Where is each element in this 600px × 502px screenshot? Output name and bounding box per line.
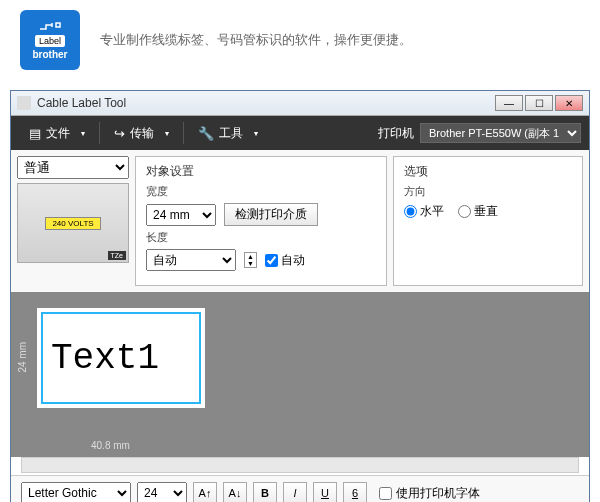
horizontal-scrollbar[interactable] — [21, 457, 579, 473]
canvas-area: 24 mm Text1 40.8 mm — [11, 292, 589, 457]
main-toolbar: ▤ 文件 ▾ ↪ 传输 ▾ 🔧 工具 ▾ 打印机 Brother PT-E550… — [11, 116, 589, 150]
detect-media-button[interactable]: 检测打印介质 — [224, 203, 318, 226]
minimize-button[interactable]: — — [495, 95, 523, 111]
category-select[interactable]: 普通 — [17, 156, 129, 179]
app-icon-brand: brother — [33, 49, 68, 60]
tools-label: 工具 — [219, 125, 243, 142]
increase-font-button[interactable]: A↑ — [193, 482, 217, 502]
object-settings-title: 对象设置 — [146, 163, 376, 180]
chevron-down-icon: ▾ — [81, 129, 85, 138]
maximize-button[interactable]: ☐ — [525, 95, 553, 111]
config-panel: 普通 240 VOLTS TZe 对象设置 宽度 24 mm 检测打印介质 长度… — [11, 150, 589, 292]
chevron-down-icon: ▾ — [254, 129, 258, 138]
chevron-down-icon: ▾ — [165, 129, 169, 138]
direction-horizontal-radio[interactable] — [404, 205, 417, 218]
window-title: Cable Label Tool — [37, 96, 495, 110]
app-icon: Label brother — [20, 10, 80, 70]
tools-menu[interactable]: 🔧 工具 ▾ — [188, 121, 268, 146]
tape-preview-thumb: 240 VOLTS TZe — [17, 183, 129, 263]
font-size-select[interactable]: 24 — [137, 482, 187, 502]
bold-button[interactable]: B — [253, 482, 277, 502]
wrench-icon: 🔧 — [198, 126, 214, 141]
transfer-menu[interactable]: ↪ 传输 ▾ — [104, 121, 179, 146]
length-select[interactable]: 自动 — [146, 249, 236, 271]
ruler-horizontal: 40.8 mm — [91, 440, 130, 451]
printer-label: 打印机 — [378, 125, 414, 142]
thumb-sample-text: 240 VOLTS — [45, 217, 100, 230]
auto-length-checkbox[interactable] — [265, 254, 278, 267]
label-preview[interactable]: Text1 — [41, 312, 201, 404]
options-panel: 选项 方向 水平 垂直 — [393, 156, 583, 286]
horizontal-label: 水平 — [420, 203, 444, 220]
tape-badge: TZe — [108, 251, 126, 260]
direction-vertical-radio[interactable] — [458, 205, 471, 218]
file-menu[interactable]: ▤ 文件 ▾ — [19, 121, 95, 146]
printer-select[interactable]: Brother PT-E550W (副本 1 — [420, 123, 581, 143]
window-icon — [17, 96, 31, 110]
options-title: 选项 — [404, 163, 572, 180]
underline-button[interactable]: U — [313, 482, 337, 502]
close-button[interactable]: ✕ — [555, 95, 583, 111]
decrease-font-button[interactable]: A↓ — [223, 482, 247, 502]
length-label: 长度 — [146, 230, 376, 245]
length-stepper[interactable]: ▲▼ — [244, 252, 257, 268]
app-icon-label: Label — [35, 35, 65, 47]
format-toolbar: Letter Gothic 24 A↑ A↓ B I U 6 使用打印机字体 — [11, 475, 589, 502]
use-printer-font-label: 使用打印机字体 — [396, 485, 480, 502]
transfer-icon: ↪ — [114, 126, 125, 141]
direction-label: 方向 — [404, 184, 572, 199]
file-label: 文件 — [46, 125, 70, 142]
app-window: Cable Label Tool — ☐ ✕ ▤ 文件 ▾ ↪ 传输 ▾ 🔧 工… — [10, 90, 590, 502]
label-text: Text1 — [51, 338, 159, 379]
object-settings-panel: 对象设置 宽度 24 mm 检测打印介质 长度 自动 ▲▼ 自动 — [135, 156, 387, 286]
font-select[interactable]: Letter Gothic — [21, 482, 131, 502]
titlebar: Cable Label Tool — ☐ ✕ — [11, 91, 589, 116]
vertical-label: 垂直 — [474, 203, 498, 220]
use-printer-font-checkbox[interactable] — [379, 487, 392, 500]
italic-button[interactable]: I — [283, 482, 307, 502]
app-description: 专业制作线缆标签、号码管标识的软件，操作更便捷。 — [100, 31, 412, 49]
width-label: 宽度 — [146, 184, 376, 199]
width-select[interactable]: 24 mm — [146, 204, 216, 226]
strike-button[interactable]: 6 — [343, 482, 367, 502]
ruler-vertical: 24 mm — [17, 342, 28, 373]
transfer-label: 传输 — [130, 125, 154, 142]
auto-length-label: 自动 — [281, 252, 305, 269]
file-icon: ▤ — [29, 126, 41, 141]
